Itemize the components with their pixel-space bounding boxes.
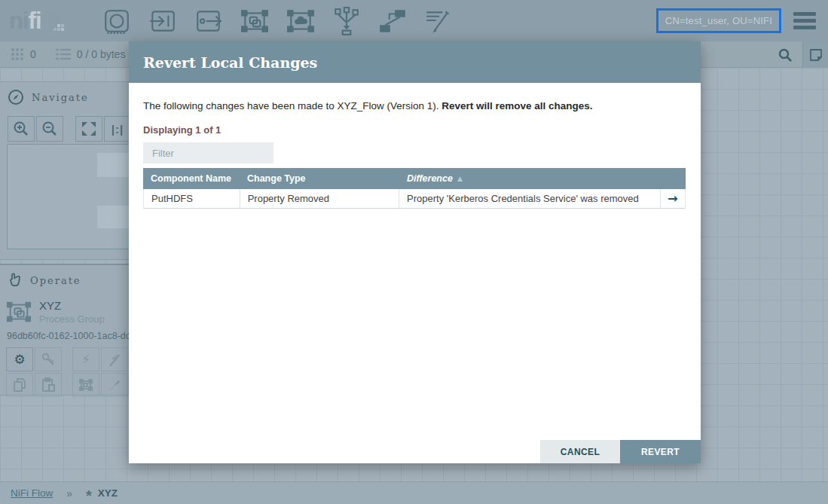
paste-button[interactable] bbox=[35, 373, 62, 397]
intro-bold: Revert will remove all changes. bbox=[441, 100, 592, 111]
hamburger-icon bbox=[793, 12, 816, 16]
zoom-fit-icon bbox=[81, 121, 97, 137]
copy-icon bbox=[12, 377, 27, 393]
enable-button[interactable]: ⚡ bbox=[72, 347, 99, 371]
zoom-out-icon bbox=[41, 121, 58, 137]
table-row: PutHDFS Property Removed Property 'Kerbe… bbox=[143, 189, 686, 209]
remote-process-group-icon bbox=[286, 7, 315, 35]
toolbar-process-group[interactable] bbox=[240, 6, 270, 36]
cell-component-name: PutHDFS bbox=[144, 189, 240, 208]
copy-button[interactable] bbox=[6, 373, 33, 397]
gear-icon: ⚙ bbox=[14, 352, 25, 367]
dialog-title: Revert Local Changes bbox=[143, 54, 317, 71]
component-name: XYZ bbox=[39, 299, 105, 312]
statusbar-right bbox=[768, 41, 828, 68]
breadcrumb-separator: » bbox=[66, 487, 72, 499]
cell-difference: Property 'Kerberos Credentials Service' … bbox=[399, 189, 661, 208]
funnel-icon bbox=[332, 7, 361, 35]
toolbar-label[interactable] bbox=[423, 6, 454, 36]
access-policies-button[interactable] bbox=[35, 347, 62, 371]
queued-icon bbox=[56, 48, 71, 60]
zoom-fit-button[interactable] bbox=[75, 116, 102, 142]
disable-button[interactable]: ⚡ bbox=[101, 347, 128, 371]
column-difference[interactable]: Difference ▲ bbox=[399, 173, 661, 184]
table-header-row: Component Name Change Type Difference ▲ bbox=[143, 168, 686, 189]
revert-button[interactable]: REVERT bbox=[620, 440, 701, 463]
nifi-drop-icon bbox=[41, 6, 70, 36]
zoom-in-icon bbox=[13, 121, 29, 137]
key-icon bbox=[41, 352, 56, 367]
configuration-button[interactable]: ⚙ bbox=[6, 347, 33, 371]
search-icon bbox=[778, 47, 793, 63]
breadcrumb: NiFi Flow » * XYZ bbox=[0, 481, 828, 504]
operate-title: Operate bbox=[30, 275, 81, 286]
active-threads-stat: 0 bbox=[11, 47, 36, 61]
search-button[interactable] bbox=[768, 41, 802, 68]
toolbar-remote-process-group[interactable] bbox=[286, 6, 316, 36]
bulletin-button[interactable] bbox=[802, 41, 828, 68]
toolbar-processor[interactable] bbox=[102, 6, 132, 36]
processor-icon bbox=[102, 7, 131, 35]
process-group-icon bbox=[240, 7, 269, 35]
displaying-count: Displaying 1 of 1 bbox=[143, 124, 686, 136]
active-threads-count: 0 bbox=[30, 48, 36, 60]
operate-component-text: XYZ Process Group bbox=[39, 299, 105, 325]
template-icon bbox=[377, 7, 408, 35]
toolbar-funnel[interactable] bbox=[332, 6, 362, 36]
toolbar-output-port[interactable] bbox=[194, 6, 224, 36]
nifi-logo: nifi bbox=[9, 6, 70, 36]
paste-icon bbox=[41, 377, 56, 393]
group-button[interactable] bbox=[72, 373, 99, 397]
top-toolbar: nifi bbox=[0, 0, 828, 41]
column-component-name[interactable]: Component Name bbox=[143, 173, 240, 184]
cancel-button[interactable]: CANCEL bbox=[540, 440, 620, 463]
input-port-icon bbox=[148, 7, 177, 35]
column-change-type[interactable]: Change Type bbox=[240, 173, 399, 184]
label-icon bbox=[423, 7, 454, 35]
actual-size-icon: |:| bbox=[112, 123, 124, 136]
changes-table: Component Name Change Type Difference ▲ … bbox=[143, 168, 686, 209]
component-toolbar bbox=[102, 6, 454, 36]
zoom-out-button[interactable] bbox=[36, 116, 63, 142]
color-button[interactable] bbox=[101, 373, 128, 397]
compass-icon bbox=[8, 89, 24, 105]
current-user-badge[interactable]: CN=test_user, OU=NIFI bbox=[656, 8, 781, 33]
threads-icon bbox=[11, 47, 24, 61]
disable-bolt-icon: ⚡ bbox=[110, 352, 119, 367]
zoom-in-button[interactable] bbox=[8, 116, 35, 142]
actual-size-button[interactable]: |:| bbox=[104, 116, 131, 142]
toolbar-input-port[interactable] bbox=[148, 6, 178, 36]
process-group-icon bbox=[6, 298, 32, 326]
logo-text-ni: ni bbox=[9, 8, 29, 35]
toolbar-template[interactable] bbox=[377, 6, 408, 36]
queued-count: 0 / 0 bytes bbox=[77, 48, 126, 60]
color-brush-icon bbox=[107, 377, 122, 393]
note-icon bbox=[809, 48, 823, 62]
intro-normal: The following changes have been made to … bbox=[143, 100, 441, 111]
component-type: Process Group bbox=[39, 313, 105, 325]
breadcrumb-root-link[interactable]: NiFi Flow bbox=[11, 487, 53, 499]
dialog-intro-text: The following changes have been made to … bbox=[143, 99, 686, 113]
dialog-header: Revert Local Changes bbox=[129, 41, 701, 83]
dialog-footer: CANCEL REVERT bbox=[540, 440, 701, 463]
cell-change-type: Property Removed bbox=[240, 189, 399, 208]
enable-bolt-icon: ⚡ bbox=[81, 352, 90, 367]
dialog-body: The following changes have been made to … bbox=[129, 83, 701, 209]
sort-asc-icon: ▲ bbox=[457, 175, 463, 182]
output-port-icon bbox=[194, 7, 223, 35]
go-to-component-icon[interactable]: → bbox=[668, 191, 677, 206]
topbar-right: CN=test_user, OU=NIFI bbox=[656, 0, 819, 41]
filter-input[interactable] bbox=[143, 142, 273, 163]
cell-go-to: → bbox=[661, 189, 685, 208]
navigate-title: Navigate bbox=[32, 92, 89, 103]
minimap-component bbox=[97, 206, 130, 228]
local-changes-asterisk-icon: * bbox=[86, 492, 92, 499]
breadcrumb-current: XYZ bbox=[98, 487, 118, 499]
logo-text-fi: fi bbox=[29, 8, 41, 35]
global-menu-button[interactable] bbox=[790, 9, 819, 32]
queued-stat: 0 / 0 bytes bbox=[56, 48, 126, 60]
revert-local-changes-dialog: Revert Local Changes The following chang… bbox=[129, 41, 701, 463]
minimap-component bbox=[97, 153, 130, 177]
nifi-app: nifi bbox=[0, 0, 828, 504]
hand-icon bbox=[8, 272, 23, 289]
